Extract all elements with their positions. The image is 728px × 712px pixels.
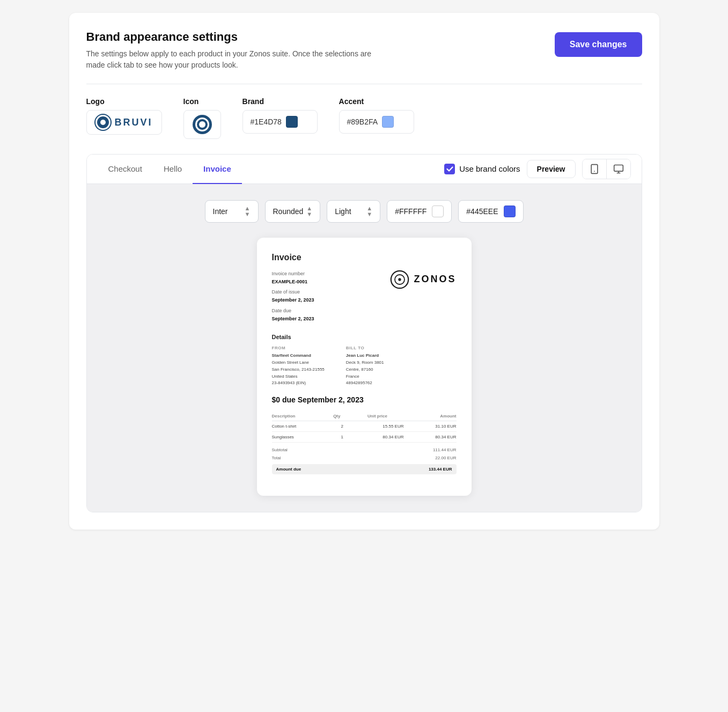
view-toggle	[582, 159, 631, 179]
invoice-due-amount: $0 due September 2, 2023	[272, 395, 457, 404]
invoice-table-header: Description Qty Unit price Amount	[272, 412, 457, 421]
use-brand-colors-label: Use brand colors	[459, 164, 520, 173]
save-button[interactable]: Save changes	[555, 32, 642, 57]
invoice-table: Description Qty Unit price Amount Cotton…	[272, 412, 457, 443]
tabs-container: Checkout Hello Invoice Use brand colors	[86, 154, 642, 512]
divider	[86, 84, 642, 84]
amount-due-row: Amount due 133.44 EUR	[272, 464, 457, 474]
logo-field: Logo BRUVI	[86, 97, 162, 135]
invoice-header-row: Invoice number EXAMPLE-0001 Date of issu…	[272, 270, 457, 324]
brand-settings-row: Logo BRUVI Icon Brand #1E4D78	[86, 97, 642, 139]
accent-color-picker[interactable]: #89B2FA	[339, 110, 414, 134]
row1-unit-price: 15.55 EUR	[351, 421, 404, 432]
tablet-view-button[interactable]	[583, 159, 607, 179]
tab-invoice[interactable]: Invoice	[193, 155, 242, 184]
row1-amount: 31.10 EUR	[403, 421, 456, 432]
bg-color-control[interactable]: #FFFFFF	[387, 200, 452, 223]
amount-due-label: Amount due	[276, 467, 302, 472]
preview-button[interactable]: Preview	[527, 160, 576, 178]
invoice-meta: Invoice number EXAMPLE-0001 Date of issu…	[272, 270, 314, 324]
tab-checkout[interactable]: Checkout	[98, 155, 153, 184]
invoice-number-row: Invoice number EXAMPLE-0001	[272, 270, 314, 287]
invoice-bill-to: BILL TO Jean Luc Picard Deck 9, Room 380…	[346, 346, 384, 387]
subtotal-row: Subtotal 111.44 EUR	[272, 446, 457, 454]
invoice-number-label: Invoice number	[272, 271, 305, 276]
row2-description: Sunglasses	[272, 432, 334, 443]
invoice-preview-area: Inter ▲▼ Rounded ▲▼ Light ▲▼ #FFFFFF #44…	[87, 184, 642, 512]
theme-select-value: Light	[335, 207, 351, 216]
brand-color-field: Brand #1E4D78	[242, 97, 318, 134]
invoice-issue-label: Date of issue	[272, 289, 300, 295]
subtotal-value: 111.44 EUR	[433, 447, 457, 452]
invoice-from-name: Starfleet Command	[272, 353, 325, 359]
theme-select-arrows: ▲▼	[366, 205, 372, 217]
logo-brand-text: BRUVI	[115, 117, 153, 128]
col-unit-price: Unit price	[351, 412, 404, 421]
desktop-view-button[interactable]	[607, 159, 630, 179]
zonos-logo-icon	[390, 270, 409, 289]
bg-color-value: #FFFFFF	[395, 207, 426, 216]
invoice-title: Invoice	[272, 253, 457, 262]
use-brand-colors-toggle[interactable]: Use brand colors	[444, 164, 520, 174]
theme-select[interactable]: Light ▲▼	[327, 200, 380, 223]
invoice-due-label: Date due	[272, 308, 292, 313]
total-label: Total	[272, 456, 281, 460]
tabs-nav: Checkout Hello Invoice	[98, 155, 242, 183]
table-row: Cotton t-shirt 2 15.55 EUR 31.10 EUR	[272, 421, 457, 432]
page-title: Brand appearance settings	[86, 30, 387, 44]
style-select[interactable]: Rounded ▲▼	[265, 200, 321, 223]
invoice-from-label: FROM	[272, 346, 325, 350]
page-description: The settings below apply to each product…	[86, 48, 387, 71]
invoice-totals: Subtotal 111.44 EUR Total 22.00 EUR Amou…	[272, 446, 457, 474]
invoice-from-address: Golden Street LaneSan Francisco, 2143-21…	[272, 359, 325, 387]
font-select[interactable]: Inter ▲▼	[205, 200, 259, 223]
style-select-arrows: ▲▼	[306, 205, 312, 217]
accent-color-field: Accent #89B2FA	[339, 97, 414, 134]
font-controls: Inter ▲▼ Rounded ▲▼ Light ▲▼ #FFFFFF #44…	[98, 200, 631, 223]
invoice-number-value: EXAMPLE-0001	[272, 279, 308, 284]
invoice-issue-row: Date of issue September 2, 2023	[272, 288, 314, 305]
amount-due-value: 133.44 EUR	[429, 467, 452, 472]
bg-color-swatch	[432, 205, 444, 217]
icon-field: Icon	[183, 97, 221, 139]
icon-inner	[199, 121, 205, 128]
icon-preview[interactable]	[183, 110, 221, 139]
invoice-issue-value: September 2, 2023	[272, 297, 314, 303]
svg-rect-2	[614, 165, 623, 171]
logo-label: Logo	[86, 97, 162, 106]
accent-color-swatch	[382, 116, 394, 128]
text-color-control[interactable]: #445EEE	[458, 200, 523, 223]
invoice-address-row: FROM Starfleet Command Golden Street Lan…	[272, 346, 457, 387]
col-description: Description	[272, 412, 334, 421]
text-color-value: #445EEE	[466, 207, 498, 216]
svg-point-7	[399, 278, 401, 281]
invoice-due-row: Date due September 2, 2023	[272, 307, 314, 324]
invoice-due-value: September 2, 2023	[272, 316, 314, 321]
svg-rect-0	[591, 164, 598, 173]
icon-label: Icon	[183, 97, 221, 106]
total-row: Total 22.00 EUR	[272, 454, 457, 462]
row2-qty: 1	[333, 432, 351, 443]
col-qty: Qty	[333, 412, 351, 421]
row1-description: Cotton t-shirt	[272, 421, 334, 432]
page-container: Brand appearance settings The settings b…	[69, 13, 659, 530]
invoice-bill-to-label: BILL TO	[346, 346, 384, 350]
use-brand-colors-checkbox[interactable]	[444, 164, 455, 174]
accent-color-value: #89B2FA	[347, 118, 378, 126]
col-amount: Amount	[403, 412, 456, 421]
text-color-swatch	[504, 205, 516, 217]
logo-preview[interactable]: BRUVI	[86, 110, 162, 135]
subtotal-label: Subtotal	[272, 447, 288, 452]
brand-color-value: #1E4D78	[251, 118, 282, 126]
accent-color-label: Accent	[339, 97, 414, 106]
tab-hello[interactable]: Hello	[153, 155, 193, 184]
tabs-header: Checkout Hello Invoice Use brand colors	[87, 155, 642, 184]
brand-color-picker[interactable]: #1E4D78	[242, 110, 318, 134]
invoice-from: FROM Starfleet Command Golden Street Lan…	[272, 346, 325, 387]
brand-color-label: Brand	[242, 97, 318, 106]
invoice-logo: ZONOS	[390, 270, 456, 289]
logo-circle-inner	[100, 120, 106, 125]
row2-unit-price: 80.34 EUR	[351, 432, 404, 443]
table-row: Sunglasses 1 80.34 EUR 80.34 EUR	[272, 432, 457, 443]
header-text: Brand appearance settings The settings b…	[86, 30, 387, 71]
